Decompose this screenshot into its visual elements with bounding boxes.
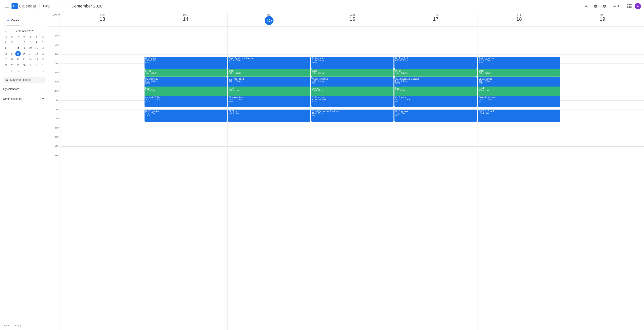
mini-calendar-day[interactable]: 6 [15, 68, 21, 74]
mini-calendar-day[interactable]: 2 [34, 63, 39, 68]
calendar-event[interactable]: CL Physics10:35 – 11:50amW112 [394, 96, 477, 107]
add-other-calendar-icon[interactable]: + [42, 97, 44, 101]
view-selector[interactable]: Week ▾ [610, 3, 624, 10]
mini-calendar-day[interactable]: 2 [22, 40, 27, 45]
mini-calendar-day[interactable]: 4 [34, 40, 39, 45]
hour-line [144, 146, 227, 147]
mini-calendar-day[interactable]: 7 [9, 45, 14, 51]
my-calendars-header[interactable]: My calendars ▾ [0, 86, 49, 92]
mini-calendar-day[interactable]: 10 [28, 45, 33, 51]
mini-calendar-day[interactable]: 9 [22, 45, 27, 51]
calendar-event[interactable]: Digital Fabrication10:35 – 11:50amWIC [478, 96, 560, 107]
mini-calendar-day[interactable]: 29 [15, 63, 21, 68]
mini-calendar-day[interactable]: 30 [3, 40, 8, 45]
mini-calendar-day[interactable]: 5 [9, 68, 14, 74]
sidebar-bottom: Terms – Privacy [0, 323, 49, 328]
mini-calendar-day[interactable]: 16 [22, 51, 27, 56]
mini-calendar-day[interactable]: 1 [28, 63, 33, 68]
help-button[interactable] [592, 2, 599, 10]
day-column-mon[interactable]: CL Physics6:15 – 7:30amW112Break7:35 – 8… [144, 27, 227, 330]
mini-calendar-day[interactable]: 4 [3, 68, 8, 74]
mini-calendar-day[interactable]: 25 [34, 57, 39, 62]
event-title: CL Economics [478, 78, 560, 80]
mini-calendar-day[interactable]: 21 [9, 57, 14, 62]
hour-line [228, 137, 311, 137]
mini-calendar-day[interactable]: 18 [34, 51, 39, 56]
other-calendars-header[interactable]: Other calendars + ▾ [0, 95, 49, 102]
mini-calendar-day[interactable]: 3 [40, 63, 46, 68]
mini-calendar-day[interactable]: 8 [28, 68, 33, 74]
calendar-event[interactable]: Break7:35 – 8:25am [228, 69, 310, 77]
mini-calendar-day[interactable]: 17 [28, 51, 33, 56]
mini-calendar-day[interactable]: 7 [22, 68, 27, 74]
calendar-event[interactable]: CL Economics10:35 – 11:50amS318 [311, 96, 394, 107]
mini-calendar-day[interactable]: 27 [3, 63, 8, 68]
day-column-wed[interactable]: CL Chemistry6:15 – 7:30amW217Break7:35 –… [311, 27, 394, 330]
mini-calendar-day[interactable]: 13 [3, 51, 8, 56]
calendar-area: GMT-07 SUN 13 MON 14 TUE 15 WED 16 [49, 12, 644, 330]
calendar-event[interactable]: CL Physics12 – 1:15pmW112 [228, 110, 310, 122]
mini-calendar-day[interactable]: 14 [9, 51, 14, 56]
mini-calendar-day[interactable]: 1 [15, 40, 21, 45]
mini-calendar-day[interactable]: 19 [40, 51, 46, 56]
day-column-sun[interactable] [60, 27, 144, 330]
calendar-event[interactable]: Digital Fabrication Capstone6:15 – 7:30a… [228, 57, 310, 69]
terms-link[interactable]: Terms [3, 324, 10, 327]
hamburger-menu[interactable] [3, 2, 11, 10]
calendar-event[interactable]: Angles in Writing10:35 – 11:50amS314 [144, 96, 227, 107]
avatar[interactable]: A [635, 3, 641, 9]
calendar-event[interactable]: Break7:35 – 8:25am [394, 69, 477, 77]
mini-calendar-day[interactable]: 26 [40, 57, 46, 62]
mini-calendar-day[interactable]: 30 [22, 63, 27, 68]
calendar-event[interactable]: Angles in Writing6:15 – 7:30amS314 [478, 57, 560, 69]
calendar-event[interactable]: Break7:35 – 8:25am [311, 69, 394, 77]
day-column-sat[interactable] [560, 27, 644, 330]
mini-calendar-day[interactable]: 11 [34, 45, 39, 51]
logo-box: 19 [12, 3, 18, 9]
event-time: 8:30 – 9:45am [395, 80, 476, 82]
hour-line [61, 165, 144, 165]
mini-next-button[interactable]: › [40, 28, 46, 34]
grid-apps-icon[interactable] [626, 2, 633, 10]
next-button[interactable]: › [62, 3, 68, 10]
mini-calendar-day[interactable]: 9 [34, 68, 39, 74]
mini-calendar-day[interactable]: 31 [9, 40, 14, 45]
calendar-event[interactable]: B-1 Free Period6:15 – 7:30am [394, 57, 477, 69]
mini-prev-button[interactable]: ‹ [3, 28, 8, 34]
mini-calendar-day[interactable]: 12 [40, 45, 46, 51]
mini-calendar-day[interactable]: 6 [3, 45, 8, 51]
calendar-event[interactable]: CL Multivariable10:35 – 11:50amS318 [228, 96, 310, 107]
app-logo[interactable]: 19 Calendar [12, 3, 36, 9]
mini-calendar-day[interactable]: 22 [15, 57, 21, 62]
privacy-link[interactable]: Privacy [14, 324, 21, 327]
mini-calendar-day[interactable]: 24 [28, 57, 33, 62]
day-column-thu[interactable]: B-1 Free Period6:15 – 7:30amBreak7:35 – … [394, 27, 477, 330]
event-location: S318 [145, 114, 226, 116]
search-people[interactable]: Search for people [3, 77, 46, 83]
mini-calendar-day[interactable]: 8 [15, 45, 21, 51]
calendar-event[interactable]: Break7:35 – 8:25am [478, 69, 560, 77]
search-button[interactable] [582, 2, 590, 10]
calendar-event[interactable]: CL Physics6:15 – 7:30amW112 [144, 57, 227, 69]
calendar-event[interactable]: CL Economics12 – 1:15pmS318 [144, 110, 227, 122]
search-people-icon [5, 78, 8, 81]
mini-calendar-day[interactable]: 3 [28, 40, 33, 45]
create-button[interactable]: + Create [3, 15, 23, 25]
calendar-event[interactable]: CL Chemistry12 – 1:15pmW217 [394, 110, 477, 122]
today-button[interactable]: Today [39, 3, 53, 10]
calendar-event[interactable]: CL Chemistry6:15 – 7:30amW217 [311, 57, 394, 69]
day-column-tue[interactable]: Digital Fabrication Capstone6:15 – 7:30a… [227, 27, 311, 330]
calendar-event[interactable]: Break7:35 – 8:25am [144, 69, 227, 77]
mini-calendar-day[interactable]: 15 [15, 51, 21, 56]
mini-calendar-day[interactable]: 10 [40, 68, 46, 74]
mini-calendar-day[interactable]: 20 [3, 57, 8, 62]
mini-calendar-day[interactable]: 5 [40, 40, 46, 45]
mini-calendar-day[interactable]: 28 [9, 63, 14, 68]
settings-button[interactable] [601, 2, 608, 10]
prev-button[interactable]: ‹ [55, 3, 62, 10]
mini-cal-header: ‹ September 2020 › [3, 28, 46, 34]
calendar-event[interactable]: Digital Fabrication Capstone12 – 1:15pmW… [311, 110, 394, 122]
day-column-fri[interactable]: Angles in Writing6:15 – 7:30amS314Break7… [477, 27, 560, 330]
calendar-event[interactable]: C-4 Free Period12 – 1:15pm [478, 110, 560, 122]
mini-calendar-day[interactable]: 23 [22, 57, 27, 62]
